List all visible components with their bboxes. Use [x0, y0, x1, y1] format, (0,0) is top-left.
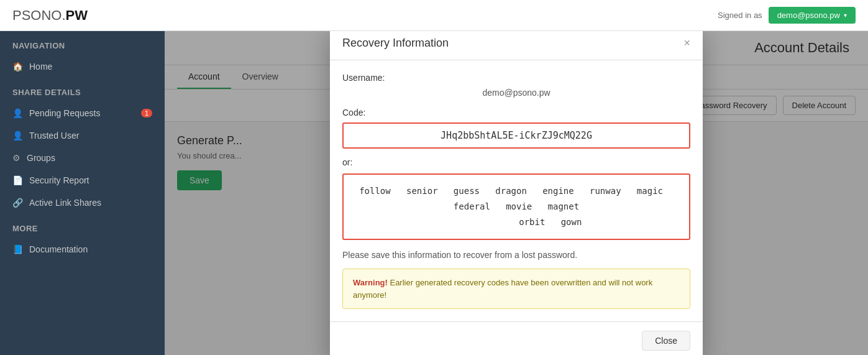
sidebar-item-label: Trusted User — [29, 131, 79, 141]
modal-title: Recovery Information — [342, 37, 449, 50]
user-email: demo@psono.pw — [777, 11, 840, 20]
pending-badge: 1 — [141, 109, 152, 118]
link-shares-icon: 🔗 — [12, 198, 23, 208]
sidebar-item-groups[interactable]: ⚙ Groups — [0, 147, 165, 169]
sidebar-item-trusted-user[interactable]: 👤 Trusted User — [0, 124, 165, 147]
sidebar-item-home[interactable]: 🏠 Home — [0, 55, 165, 78]
home-icon: 🏠 — [12, 62, 23, 71]
username-label: Username: — [342, 73, 690, 83]
warning-text: Earlier generated recovery codes have be… — [353, 278, 652, 300]
close-modal-button[interactable]: Close — [642, 331, 690, 351]
sidebar-item-label: Home — [29, 62, 52, 71]
sidebar-item-documentation[interactable]: 📘 Documentation — [0, 238, 165, 260]
or-label: or: — [342, 157, 690, 167]
security-report-icon: 📄 — [12, 175, 23, 185]
trusted-user-icon: 👤 — [12, 131, 23, 141]
modal-close-button[interactable]: × — [683, 37, 690, 48]
recovery-modal: Recovery Information × Username: demo@ps… — [330, 31, 703, 355]
recovery-phrase-box: follow senior guess dragon engine runway… — [342, 173, 690, 241]
modal-footer: Close — [330, 321, 703, 355]
save-info: Please save this information to recover … — [342, 250, 690, 260]
modal-header: Recovery Information × — [330, 31, 703, 60]
sidebar-item-active-link-shares[interactable]: 🔗 Active Link Shares — [0, 191, 165, 214]
main-layout: Navigation 🏠 Home Share Details 👤 Pendin… — [0, 31, 868, 355]
sidebar-item-label: Pending Requests — [29, 108, 100, 118]
topbar: PSONO.PW Signed in as demo@psono.pw ▾ — [0, 0, 868, 31]
recovery-code-box: JHq2bbShtAL5E-iCkrZJ9cMQ22G — [342, 122, 690, 149]
code-label: Code: — [342, 108, 690, 118]
logo-psono: PSONO. — [12, 7, 66, 23]
more-section-title: More — [0, 214, 165, 238]
sidebar-item-pending-requests[interactable]: 👤 Pending Requests 1 — [0, 102, 165, 124]
sidebar-item-label: Documentation — [29, 244, 88, 254]
warning-box: Warning! Earlier generated recovery code… — [342, 269, 690, 309]
documentation-icon: 📘 — [12, 244, 23, 254]
app-logo: PSONO.PW — [12, 7, 88, 24]
logo-pw: PW — [66, 7, 88, 23]
sidebar-item-label: Active Link Shares — [29, 198, 101, 208]
sidebar-item-label: Groups — [27, 153, 55, 163]
sidebar-item-label: Security Report — [29, 175, 89, 185]
nav-section-title: Navigation — [0, 31, 165, 55]
share-details-title: Share Details — [0, 78, 165, 102]
modal-body: Username: demo@psono.pw Code: JHq2bbShtA… — [330, 60, 703, 322]
username-value: demo@psono.pw — [342, 88, 690, 98]
pending-requests-icon: 👤 — [12, 108, 23, 118]
topbar-right: Signed in as demo@psono.pw ▾ — [718, 7, 856, 24]
sidebar: Navigation 🏠 Home Share Details 👤 Pendin… — [0, 31, 165, 355]
user-menu-button[interactable]: demo@psono.pw ▾ — [769, 7, 856, 24]
groups-icon: ⚙ — [12, 153, 21, 163]
signed-in-label: Signed in as — [718, 11, 762, 20]
modal-backdrop: Recovery Information × Username: demo@ps… — [165, 31, 868, 355]
chevron-down-icon: ▾ — [844, 12, 847, 19]
content-area: Account Details Account Overview Generat… — [165, 31, 868, 355]
sidebar-item-security-report[interactable]: 📄 Security Report — [0, 169, 165, 191]
warning-label: Warning! — [353, 278, 388, 287]
